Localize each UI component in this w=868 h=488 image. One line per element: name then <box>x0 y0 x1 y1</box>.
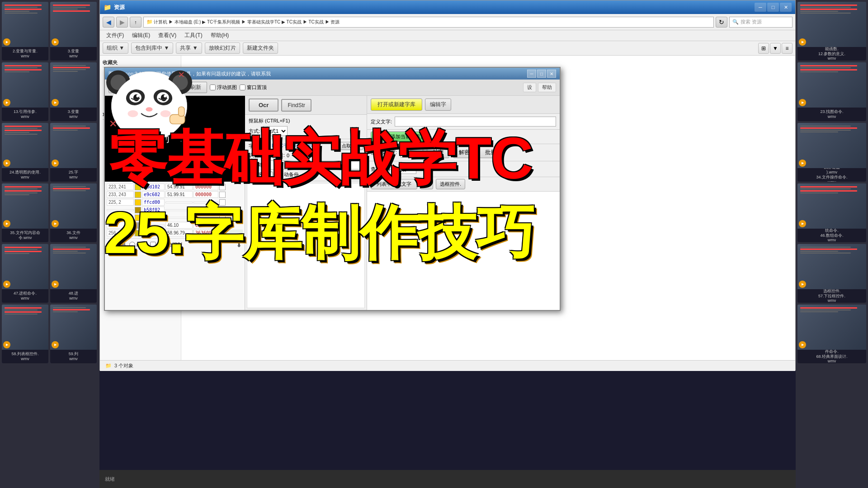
select-ctrl-button[interactable]: 选框控件. <box>436 179 465 189</box>
thumb-label: 23.找图命令.wmv <box>797 108 866 121</box>
list-item[interactable]: ▶ 2.变量与常量.wmv <box>2 2 48 61</box>
tc-menu-help[interactable]: 帮助 <box>538 83 556 92</box>
db-file-label: 字库文件: <box>249 143 270 150</box>
thumb-preview: ▶ <box>2 183 48 229</box>
thumb-label: 13.引用传参.wmv <box>2 108 48 121</box>
play-icon: ▶ <box>52 99 59 106</box>
list-search-row: 列表中查找文字 排 选框控件. <box>367 177 560 192</box>
svg-point-12 <box>137 95 139 98</box>
window-title: 资源 <box>114 4 125 11</box>
minimize-button[interactable]: ─ <box>755 3 766 12</box>
maximize-button[interactable]: □ <box>767 3 779 12</box>
new-folder-button[interactable]: 新建文件夹 <box>243 42 278 54</box>
open-db-button[interactable]: 打开或新建字库 <box>371 99 422 111</box>
edit-char-button[interactable]: 编辑字 <box>425 99 451 111</box>
slideshow-button[interactable]: 放映幻灯片 <box>205 42 240 54</box>
menu-tools[interactable]: 工具(T) <box>181 31 206 40</box>
scroll-down-icon[interactable]: ⬇ <box>236 240 242 249</box>
batch-button[interactable]: 批量 <box>479 147 502 158</box>
list-search-button[interactable]: 列表中查找文字 <box>371 179 417 189</box>
bg-color-checkbox[interactable] <box>150 242 156 248</box>
list-item[interactable]: ▶ 35.文件写内容命令.wmv <box>2 183 48 242</box>
list-item[interactable]: ▶ 58.列表框控件.wmv <box>2 305 48 363</box>
add-to-db-button[interactable]: 回车 C添加当前字库) <box>371 131 427 142</box>
topmost-checkbox[interactable] <box>240 84 245 90</box>
address-path[interactable]: 📁 计算机 ▶ 本地磁盘 (E:) ▶ TC千集系列视频 ▶ 零基础实战学TC … <box>143 17 714 28</box>
auto-save-text: □ 自动备份 <box>274 171 299 178</box>
feature-label: 特征串: <box>249 162 265 169</box>
list-item[interactable]: ▶ 13.引用传参.wmv <box>2 62 48 121</box>
encrypt-button[interactable]: 加密 <box>427 147 449 158</box>
thumb-preview: ▶ <box>797 123 866 168</box>
add-to-library-button[interactable]: 包含到库中 ▼ <box>131 42 173 54</box>
decrypt-button[interactable]: 解密 <box>453 147 476 158</box>
list-item[interactable]: ▶ 3.变量wmv <box>50 2 97 61</box>
pick-color-button[interactable]: 点取颜色 <box>339 142 363 150</box>
play-icon: ▶ <box>3 341 10 348</box>
list-item[interactable]: ▶ 选框控件.57.下拉框控件.wmv <box>797 244 866 303</box>
list-item[interactable]: ▶ 23.找图命令.wmv <box>797 62 866 121</box>
define-text-input[interactable] <box>395 117 556 127</box>
topmost-checkbox-label[interactable]: 窗口置顶 <box>240 84 267 91</box>
back-button[interactable]: ◀ <box>103 17 114 28</box>
search-char-input[interactable] <box>398 164 416 174</box>
float-capture-checkbox-label[interactable]: 浮动抓图 <box>210 84 237 91</box>
bg-color-checkbox-label[interactable]: 背景色识别 <box>150 241 182 248</box>
play-icon: ▶ <box>799 160 806 167</box>
feature-input[interactable] <box>267 160 363 169</box>
thumb-preview: ▶ <box>797 183 866 229</box>
thumb-label: 47.进程命令.wmv <box>2 289 48 303</box>
thumb-label: 48.进wmv <box>50 289 97 303</box>
play-icon: ▶ <box>3 281 10 288</box>
sort-button[interactable]: 排 <box>420 179 433 189</box>
hsv-radio-label[interactable]: HSV <box>129 242 147 248</box>
menu-help[interactable]: 帮助(H) <box>207 31 233 40</box>
similarity-input[interactable] <box>401 148 423 158</box>
refresh-button[interactable]: ↻ <box>716 17 727 28</box>
view-toggle-button[interactable]: ▼ <box>770 43 781 54</box>
close-button[interactable]: ✕ <box>780 3 792 12</box>
tc-menu-row: 设 帮助 <box>523 83 556 92</box>
view-icon-button[interactable]: ⊞ <box>758 43 769 54</box>
up-button[interactable]: ↑ <box>130 17 142 28</box>
toolbar: 组织 ▼ 包含到库中 ▼ 共享 ▼ 放映幻灯片 新建文件夹 ⊞ ▼ ≡ <box>100 41 795 56</box>
hsv-radio[interactable] <box>129 242 135 248</box>
menu-file[interactable]: 文件(F) <box>103 31 127 40</box>
auto-save-label[interactable]: □ 自动备份 <box>267 171 299 178</box>
list-item[interactable]: ▶ 59.列wmv <box>50 305 97 363</box>
list-item[interactable]: ▶ 25.字wmv <box>50 123 97 182</box>
tc-menu-settings[interactable]: 设 <box>523 83 536 92</box>
menu-view[interactable]: 查看(V) <box>155 31 180 40</box>
thumb-label: 59.列wmv <box>50 350 97 363</box>
list-item[interactable]: ▶ 统命令.46.数组命令.wmv <box>797 183 866 242</box>
thumb-row-1: ▶ 2.变量与常量.wmv ▶ 3.变量wmv <box>2 2 98 61</box>
method-select[interactable]: 方式1 <box>263 126 288 136</box>
tc-close-button[interactable]: ✕ <box>547 70 556 78</box>
list-item[interactable]: ▶ 能函数.12.参数的意义.wmv <box>797 2 866 61</box>
thumb-preview: ▶ <box>2 305 48 350</box>
tc-maximize-button[interactable]: □ <box>537 70 546 78</box>
unencrypted-label: 未加密 <box>249 171 264 178</box>
forward-button[interactable]: ▶ <box>116 17 128 28</box>
organize-button[interactable]: 组织 ▼ <box>103 42 128 54</box>
tc-minimize-button[interactable]: ─ <box>527 70 536 78</box>
auto-save-checkbox[interactable] <box>267 172 273 178</box>
ocr-button[interactable]: Ocr <box>249 99 278 112</box>
share-button[interactable]: 共享 ▼ <box>176 42 202 54</box>
menu-edit[interactable]: 编辑(E) <box>128 31 154 40</box>
float-capture-checkbox[interactable] <box>210 84 216 90</box>
list-item[interactable]: ▶ 48.进wmv <box>50 244 97 303</box>
thumb-row-2: ▶ 13.引用传参.wmv ▶ 3.变量wmv <box>2 62 98 121</box>
search-box[interactable]: 🔍 搜索 资源 <box>729 17 793 28</box>
rgb-radio-label[interactable]: RGB <box>108 242 126 248</box>
view-details-button[interactable]: ≡ <box>782 43 793 54</box>
list-item[interactable]: ▶ 鼠标键盘).wmv34.文件操作命令.wmv <box>797 123 866 182</box>
list-item[interactable]: ▶ 3.变量wmv <box>50 62 97 121</box>
svg-point-5 <box>114 74 184 138</box>
list-item[interactable]: ▶ 24.透明图的使用.wmv <box>2 123 48 182</box>
findstr-button[interactable]: FindStr <box>281 99 311 112</box>
rgb-radio[interactable] <box>108 242 113 248</box>
list-item[interactable]: ▶ 47.进程命令.wmv <box>2 244 48 303</box>
list-item[interactable]: ▶ 件命令.68.经典界面设计.wmv <box>797 305 866 363</box>
list-item[interactable]: ▶ 36.文件wmv <box>50 183 97 242</box>
